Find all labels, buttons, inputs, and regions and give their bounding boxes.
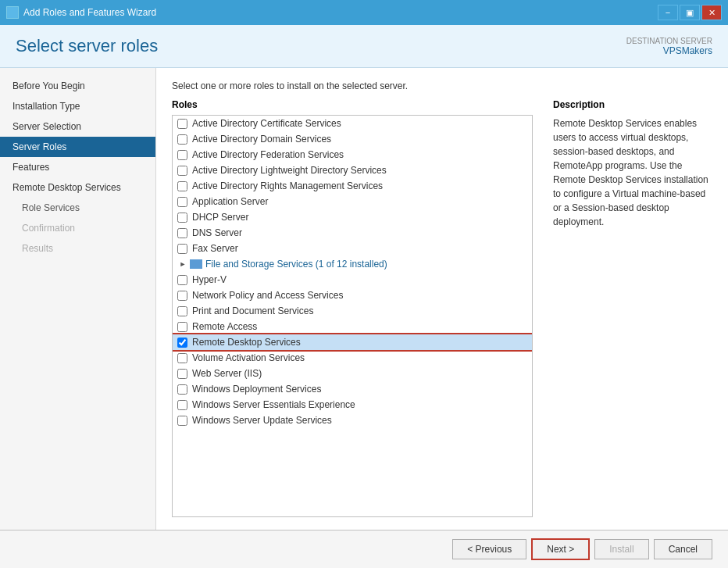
restore-button[interactable]: ▣ (680, 5, 700, 20)
role-item-r5[interactable]: Active Directory Rights Management Servi… (173, 178, 532, 194)
sidebar-item-remote-desktop-services[interactable]: Remote Desktop Services (0, 177, 155, 198)
role-item-r1[interactable]: Active Directory Certificate Services (173, 116, 532, 131)
role-checkbox-r19[interactable] (177, 400, 187, 410)
sidebar-item-results: Results (0, 238, 155, 259)
role-checkbox-r13[interactable] (177, 306, 187, 316)
minimize-button[interactable]: − (658, 5, 678, 20)
destination-server: DESTINATION SERVER VPSMakers (626, 37, 712, 56)
role-item-r17[interactable]: Web Server (IIS) (173, 366, 532, 381)
role-item-r4[interactable]: Active Directory Lightweight Directory S… (173, 163, 532, 178)
role-label: Network Policy and Access Services (192, 290, 343, 301)
role-label: Active Directory Federation Services (192, 149, 344, 160)
role-item-r11[interactable]: Hyper-V (173, 272, 532, 288)
description-panel: Description Remote Desktop Services enab… (541, 99, 712, 517)
role-item-r2[interactable]: Active Directory Domain Services (173, 131, 532, 147)
role-item-r12[interactable]: Network Policy and Access Services (173, 288, 532, 303)
role-item-r10[interactable]: ►File and Storage Services (1 of 12 inst… (173, 256, 532, 272)
sidebar: Before You BeginInstallation TypeServer … (0, 68, 156, 530)
role-item-r14[interactable]: Remote Access (173, 319, 532, 334)
role-checkbox-r2[interactable] (177, 134, 187, 145)
role-item-r6[interactable]: Application Server (173, 194, 532, 209)
role-checkbox-r4[interactable] (177, 166, 187, 176)
title-bar: Add Roles and Features Wizard − ▣ ✕ (0, 0, 728, 25)
role-checkbox-r7[interactable] (177, 213, 187, 223)
description-title: Description (553, 99, 712, 110)
file-storage-icon (190, 259, 202, 269)
role-item-r8[interactable]: DNS Server (173, 225, 532, 241)
role-label: Active Directory Lightweight Directory S… (192, 165, 387, 176)
role-label: Application Server (192, 196, 268, 207)
role-item-r9[interactable]: Fax Server (173, 241, 532, 256)
sidebar-item-confirmation: Confirmation (0, 218, 155, 238)
roles-label: Roles (172, 99, 533, 110)
page-title: Select server roles (16, 36, 158, 56)
role-label: Active Directory Rights Management Servi… (192, 180, 383, 191)
role-checkbox-r12[interactable] (177, 291, 187, 301)
server-name: VPSMakers (626, 45, 712, 56)
role-checkbox-r15[interactable] (177, 338, 187, 348)
role-label: Hyper-V (192, 274, 227, 285)
main-panel: Select one or more roles to install on t… (156, 68, 728, 530)
role-label: Remote Access (192, 321, 257, 332)
roles-list: Active Directory Certificate ServicesAct… (172, 115, 533, 517)
sidebar-item-server-selection[interactable]: Server Selection (0, 116, 155, 137)
role-label: Active Directory Certificate Services (192, 118, 341, 129)
role-label: Windows Server Essentials Experience (192, 399, 355, 410)
header-area: Select server roles DESTINATION SERVER V… (0, 25, 728, 68)
role-checkbox-r16[interactable] (177, 353, 187, 363)
role-checkbox-r3[interactable] (177, 150, 187, 160)
instruction-text: Select one or more roles to install on t… (172, 80, 712, 91)
role-item-r13[interactable]: Print and Document Services (173, 303, 532, 319)
role-checkbox-r14[interactable] (177, 322, 187, 332)
title-bar-left: Add Roles and Features Wizard (6, 6, 156, 19)
sidebar-item-installation-type[interactable]: Installation Type (0, 96, 155, 116)
role-checkbox-r6[interactable] (177, 197, 187, 207)
role-label: DHCP Server (192, 212, 248, 223)
role-item-r3[interactable]: Active Directory Federation Services (173, 147, 532, 163)
role-checkbox-r9[interactable] (177, 244, 187, 254)
cancel-button[interactable]: Cancel (654, 539, 712, 559)
title-bar-title: Add Roles and Features Wizard (23, 7, 156, 18)
sidebar-item-features[interactable]: Features (0, 157, 155, 177)
wizard-body: Before You BeginInstallation TypeServer … (0, 68, 728, 530)
role-checkbox-r5[interactable] (177, 181, 187, 191)
role-label: Windows Server Update Services (192, 415, 332, 426)
wizard-icon (6, 6, 19, 19)
description-text: Remote Desktop Services enables users to… (553, 116, 712, 229)
role-label: Web Server (IIS) (192, 368, 262, 379)
role-item-r7[interactable]: DHCP Server (173, 209, 532, 225)
role-checkbox-r8[interactable] (177, 228, 187, 238)
role-label: Volume Activation Services (192, 352, 305, 363)
role-checkbox-r17[interactable] (177, 369, 187, 379)
title-bar-controls: − ▣ ✕ (658, 5, 722, 20)
role-label: Windows Deployment Services (192, 384, 321, 395)
install-button[interactable]: Install (594, 539, 648, 559)
sidebar-item-server-roles[interactable]: Server Roles (0, 137, 155, 157)
wizard-footer: < Previous Next > Install Cancel (0, 530, 728, 568)
sidebar-item-before-you-begin[interactable]: Before You Begin (0, 76, 155, 96)
role-item-r19[interactable]: Windows Server Essentials Experience (173, 397, 532, 413)
role-item-r18[interactable]: Windows Deployment Services (173, 381, 532, 397)
role-label: Remote Desktop Services (192, 337, 301, 348)
role-checkbox-r18[interactable] (177, 384, 187, 395)
role-label: DNS Server (192, 227, 242, 238)
role-label: Active Directory Domain Services (192, 134, 331, 145)
role-item-r15[interactable]: Remote Desktop Services (173, 334, 532, 350)
previous-button[interactable]: < Previous (452, 539, 526, 559)
role-label: File and Storage Services (1 of 12 insta… (205, 259, 387, 270)
role-checkbox-r20[interactable] (177, 416, 187, 426)
wizard-container: Select server roles DESTINATION SERVER V… (0, 25, 728, 568)
expand-icon[interactable]: ► (177, 259, 188, 270)
role-item-r16[interactable]: Volume Activation Services (173, 350, 532, 366)
close-button[interactable]: ✕ (701, 5, 722, 20)
role-checkbox-r11[interactable] (177, 275, 187, 285)
destination-label: DESTINATION SERVER (626, 37, 712, 45)
role-label: Print and Document Services (192, 305, 313, 316)
role-item-r20[interactable]: Windows Server Update Services (173, 413, 532, 428)
role-checkbox-r1[interactable] (177, 119, 187, 129)
sidebar-item-role-services[interactable]: Role Services (0, 198, 155, 218)
role-label: Fax Server (192, 243, 238, 254)
next-button[interactable]: Next > (531, 538, 590, 560)
